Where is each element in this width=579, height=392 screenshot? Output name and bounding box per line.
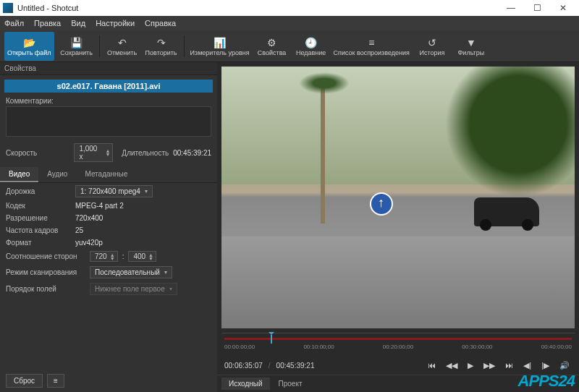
meter-button[interactable]: 📊Измеритель уровня [187, 32, 253, 61]
meter-icon: 📊 [214, 36, 226, 49]
maximize-button[interactable]: ☐ [524, 0, 550, 16]
track-label: Дорожка [6, 187, 71, 195]
reset-button[interactable]: Сброс [6, 374, 43, 388]
total-time: 00:45:39:21 [276, 362, 315, 370]
property-tabs: Видео Аудио Метаданные [0, 167, 217, 183]
menubar: Файл Правка Вид Настройки Справка [0, 16, 579, 30]
fps-value: 25 [75, 226, 83, 234]
playhead-icon[interactable] [271, 335, 272, 344]
comment-label: Комментарии: [0, 97, 217, 105]
tick: 00:00:00;00 [224, 344, 255, 350]
watermark: APPS24 [518, 372, 575, 391]
scan-select[interactable]: Последовательный [90, 266, 172, 278]
menu-view[interactable]: Вид [71, 19, 85, 27]
save-icon: 💾 [70, 36, 83, 49]
gear-icon: ⚙ [267, 36, 276, 49]
separator [184, 35, 185, 57]
window-title: Untitled - Shotcut [17, 4, 498, 12]
app-logo-icon [3, 3, 13, 13]
next-frame-button[interactable]: |▶ [539, 361, 551, 370]
speed-input[interactable]: 1,000 x▲▼ [74, 143, 113, 162]
comment-input[interactable] [6, 106, 211, 137]
minimize-button[interactable]: — [498, 0, 524, 16]
menu-icon-button[interactable]: ≡ [47, 374, 64, 388]
resolution-value: 720x400 [75, 214, 103, 222]
tick: 00:30:00;00 [462, 344, 492, 350]
field-label: Порядок полей [6, 285, 85, 293]
open-icon: 📂 [23, 36, 35, 49]
resolution-label: Разрешение [6, 214, 71, 222]
properties-button[interactable]: ⚙Свойства [253, 32, 292, 61]
codec-label: Кодек [6, 202, 71, 210]
undo-button[interactable]: ↶Отменить [103, 32, 142, 61]
clock-icon: 🕘 [305, 36, 317, 49]
undo-icon: ↶ [118, 36, 127, 49]
menu-edit[interactable]: Правка [34, 19, 61, 27]
forward-button[interactable]: ▶▶ [481, 361, 497, 370]
tab-metadata[interactable]: Метаданные [76, 167, 136, 182]
field-select[interactable]: Нижнее поле первое [90, 283, 177, 295]
rewind-button[interactable]: ◀◀ [444, 361, 460, 370]
open-file-button[interactable]: 📂Открыть файл [4, 32, 54, 61]
list-icon: ≡ [368, 36, 374, 49]
playlist-button[interactable]: ≡Список воспроизведения [331, 32, 413, 61]
tab-project[interactable]: Проект [271, 378, 310, 390]
history-button[interactable]: ↺История [413, 32, 452, 61]
separator [99, 35, 100, 57]
codec-value: MPEG-4 part 2 [75, 202, 124, 210]
redo-button[interactable]: ↷Повторить [142, 32, 181, 61]
skip-start-button[interactable]: ⏮ [426, 361, 438, 370]
duration-value: 00:45:39:21 [173, 149, 211, 157]
redo-icon: ↷ [157, 36, 166, 49]
track-select[interactable]: 1: 720x400 mpeg4 [75, 185, 153, 197]
panel-title: Свойства [0, 62, 217, 75]
play-button[interactable]: ▶ [465, 361, 476, 370]
scan-label: Режим сканирования [6, 268, 85, 276]
tab-video[interactable]: Видео [0, 167, 38, 182]
video-preview[interactable] [221, 67, 575, 328]
timeline[interactable]: 00:00:00;00 00:10:00;00 00:20:00;00 00:3… [221, 333, 575, 356]
aspect-label: Соотношение сторон [6, 252, 85, 260]
titlebar: Untitled - Shotcut — ☐ ✕ [0, 0, 579, 16]
skip-end-button[interactable]: ⏭ [503, 361, 515, 370]
prev-frame-button[interactable]: ◀| [521, 361, 533, 370]
file-name-row[interactable]: s02.e017. Гавана [2011].avi [4, 80, 213, 93]
properties-panel: Свойства s02.e017. Гавана [2011].avi Ком… [0, 62, 217, 392]
save-button[interactable]: 💾Сохранить [57, 32, 96, 61]
tab-source[interactable]: Исходный [221, 378, 270, 390]
duration-label: Длительность [122, 149, 169, 157]
position-time: 00:06:35:07 [224, 362, 263, 370]
player-area: 00:00:00;00 00:10:00;00 00:20:00;00 00:3… [217, 62, 579, 392]
format-value: yuv420p [75, 239, 103, 247]
close-button[interactable]: ✕ [550, 0, 576, 16]
tick: 00:20:00;00 [383, 344, 413, 350]
speed-label: Скорость [6, 149, 69, 157]
tick: 00:40:00;00 [541, 344, 572, 350]
format-label: Формат [6, 239, 71, 247]
volume-button[interactable]: 🔊 [557, 361, 572, 370]
fps-label: Частота кадров [6, 226, 71, 234]
filters-button[interactable]: ▼Фильтры [452, 32, 491, 61]
funnel-icon: ▼ [466, 36, 476, 49]
menu-file[interactable]: Файл [4, 19, 24, 27]
aspect-w-input[interactable]: 720▲▼ [90, 251, 118, 262]
tick: 00:10:00;00 [303, 344, 334, 350]
history-icon: ↺ [428, 36, 436, 49]
recent-button[interactable]: 🕘Недавние [292, 32, 331, 61]
tab-audio[interactable]: Аудио [38, 167, 76, 182]
aspect-h-input[interactable]: 400▲▼ [128, 251, 156, 262]
toolbar: 📂Открыть файл 💾Сохранить ↶Отменить ↷Повт… [0, 30, 579, 62]
menu-help[interactable]: Справка [145, 19, 176, 27]
menu-settings[interactable]: Настройки [96, 19, 135, 27]
